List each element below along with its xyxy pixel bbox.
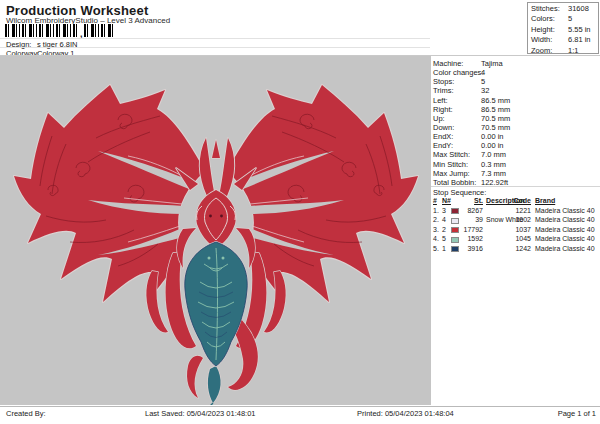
barcode-separator: , [80,31,83,37]
footer: Created By: Last Saved: 05/04/2023 01:48… [0,409,600,424]
machine-row: Trims:32 [431,86,600,95]
machine-row: Max Jump:7.3 mm [431,169,600,178]
machine-row: Max Stitch:7.0 mm [431,150,600,159]
design-preview-area [0,56,431,405]
stop-sequence-title: Stop Sequence: [433,188,486,197]
stop-sequence-row: 5. 1 3916 1242 Madeira Classic 40 [431,245,600,255]
panel-divider [431,186,600,187]
summary-row-stitches: Stitches: 31608 [531,4,598,13]
machine-row: Color changes:4 [431,68,600,77]
footer-divider [0,406,600,407]
machine-row: EndY:0.00 in [431,141,600,150]
printed-timestamp: Printed: 05/04/2023 01:48:04 [357,409,454,418]
production-worksheet-page: Production Worksheet Wilcom EmbroiderySt… [0,0,600,424]
last-saved-timestamp: Last Saved: 05/04/2023 01:48:01 [145,409,256,418]
summary-row-colors: Colors: 5 [531,14,598,23]
created-by-label: Created By: [6,409,46,418]
stop-sequence-row: 2. 4 39 Snow White 1002 Madeira Classic … [431,216,600,226]
details-panel: Machine:Tajima Color changes:4 Stops:5 T… [431,56,600,405]
stop-sequence-row: 3. 2 17792 1037 Madeira Classic 40 [431,226,600,236]
summary-row-zoom: Zoom: 1:1 [531,46,598,55]
summary-row-height: Height: 5.55 in [531,25,598,34]
stop-sequence-row: 4. 5 1592 1045 Madeira Classic 40 [431,235,600,245]
machine-row: Left:86.5 mm [431,96,600,105]
page-number: Page 1 of 1 [558,409,596,418]
machine-row: Right:86.5 mm [431,105,600,114]
stop-sequence-table: # N# St. Description Code Brand 1. 3 826… [431,197,600,255]
stop-sequence-row: 1. 3 8267 1221 Madeira Classic 40 [431,207,600,217]
machine-row: Stops:5 [431,77,600,86]
machine-row: EndX:0.00 in [431,132,600,141]
barcode-bars-left [5,24,79,37]
barcode-icon: , [5,24,114,37]
stop-sequence-header: # N# St. Description Code Brand [431,197,600,207]
machine-row: Machine:Tajima [431,59,600,68]
summary-row-width: Width: 6.81 in [531,35,598,44]
machine-info-list: Machine:Tajima Color changes:4 Stops:5 T… [431,56,600,187]
machine-row: Up:70.5 mm [431,114,600,123]
machine-row: Down:70.5 mm [431,123,600,132]
machine-row: Min Stitch:0.3 mm [431,160,600,169]
barcode-bars-right [84,24,114,37]
dragon-embroidery-design [0,56,431,405]
design-summary-box: Stitches: 31608 Colors: 5 Height: 5.55 i… [527,2,599,54]
